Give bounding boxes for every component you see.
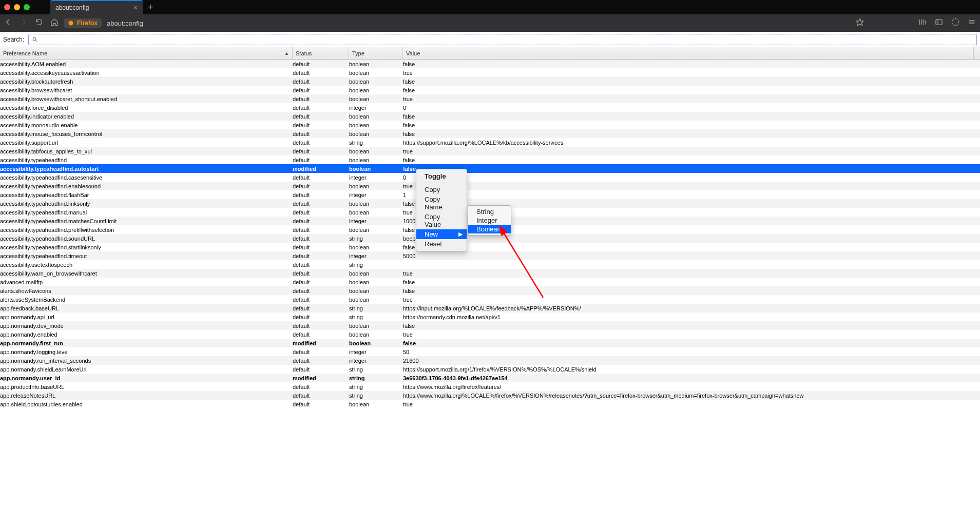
submenu-item-integer[interactable]: Integer — [468, 216, 511, 225]
pref-value: false — [403, 79, 980, 85]
pref-row[interactable]: advanced.mailftpdefaultbooleanfalse — [0, 278, 980, 286]
back-button[interactable] — [4, 18, 12, 28]
search-input-container[interactable] — [28, 34, 977, 45]
pref-row[interactable]: accessibility.typeaheadfinddefaultboolea… — [0, 155, 980, 164]
column-label: Preference Name — [3, 50, 47, 56]
context-menu-copy[interactable]: Copy — [416, 185, 467, 194]
pref-row[interactable]: accessibility.usetexttospeechdefaultstri… — [0, 260, 980, 269]
pref-name: alerts.useSystemBackend — [0, 297, 293, 303]
sidebar-icon[interactable] — [935, 18, 943, 28]
context-menu-new[interactable]: New▶ — [416, 229, 467, 239]
pref-row[interactable]: accessibility.typeaheadfind.autostartmod… — [0, 164, 980, 173]
pref-status: default — [293, 113, 349, 120]
column-preference-name[interactable]: Preference Name ▲ — [0, 47, 293, 59]
pref-row[interactable]: accessibility.force_disableddefaultinteg… — [0, 103, 980, 112]
search-input[interactable] — [41, 36, 973, 43]
pref-type: boolean — [349, 122, 403, 128]
new-tab-button[interactable]: + — [148, 2, 153, 13]
context-menu-reset[interactable]: Reset — [416, 239, 467, 249]
pref-status: default — [293, 218, 349, 224]
pref-row[interactable]: accessibility.blockautorefreshdefaultboo… — [0, 77, 980, 86]
browser-toolbar: Firefox about:config — [0, 14, 980, 32]
pref-row[interactable]: accessibility.typeaheadfind.enablesoundd… — [0, 182, 980, 190]
pref-row[interactable]: accessibility.warn_on_browsewithcaretdef… — [0, 269, 980, 278]
pref-row[interactable]: alerts.useSystemBackenddefaultbooleantru… — [0, 295, 980, 304]
pref-row[interactable]: app.normandy.user_idmodifiedstring3e6630… — [0, 374, 980, 382]
pref-name: accessibility.typeaheadfind.enablesound — [0, 183, 293, 189]
pref-row[interactable]: app.feedback.baseURLdefaultstringhttps:/… — [0, 304, 980, 312]
pref-row[interactable]: accessibility.typeaheadfind.flashBardefa… — [0, 190, 980, 199]
browser-tab[interactable]: about:config × — [50, 0, 143, 14]
pref-row[interactable]: app.normandy.enableddefaultbooleantrue — [0, 330, 980, 339]
window-close-button[interactable] — [4, 4, 10, 10]
pref-name: accessibility.typeaheadfind.startlinkson… — [0, 244, 293, 250]
submenu-item-string[interactable]: String — [468, 207, 511, 216]
home-button[interactable] — [50, 18, 59, 28]
pref-row[interactable]: accessibility.typeaheadfind.timeoutdefau… — [0, 251, 980, 260]
pref-row[interactable]: accessibility.monoaudio.enabledefaultboo… — [0, 121, 980, 129]
pref-name: app.releaseNotesURL — [0, 393, 293, 399]
window-minimize-button[interactable] — [14, 4, 20, 10]
pref-type: boolean — [349, 79, 403, 85]
context-menu-copy-name[interactable]: Copy Name — [416, 194, 467, 212]
pref-row[interactable]: accessibility.accesskeycausesactivationd… — [0, 68, 980, 77]
column-picker[interactable] — [974, 47, 980, 59]
pref-type: boolean — [349, 288, 403, 294]
column-status[interactable]: Status — [293, 47, 349, 59]
pref-value: true — [403, 401, 980, 407]
pref-row[interactable]: accessibility.browsewithcaret_shortcut.e… — [0, 94, 980, 103]
reload-button[interactable] — [35, 18, 43, 28]
submenu-item-boolean[interactable]: Boolean — [468, 225, 511, 233]
svg-point-0 — [69, 21, 73, 26]
pref-row[interactable]: app.shield.optoutstudies.enableddefaultb… — [0, 400, 980, 408]
column-type[interactable]: Type — [349, 47, 403, 59]
pref-status: default — [293, 157, 349, 163]
site-identity[interactable]: Firefox — [64, 18, 102, 28]
pref-status: default — [293, 79, 349, 85]
bookmark-star-icon[interactable] — [856, 18, 864, 28]
library-icon[interactable] — [918, 18, 927, 28]
pref-status: default — [293, 244, 349, 250]
pref-row[interactable]: accessibility.support.urldefaultstringht… — [0, 138, 980, 147]
pref-row[interactable]: app.normandy.shieldLearnMoreUrldefaultst… — [0, 365, 980, 374]
pref-name: accessibility.typeaheadfind.linksonly — [0, 201, 293, 207]
pref-row[interactable]: accessibility.tabfocus_applies_to_xuldef… — [0, 147, 980, 155]
pref-row[interactable]: accessibility.indicator.enableddefaultbo… — [0, 112, 980, 121]
pref-value: 21600 — [403, 358, 980, 364]
pref-name: accessibility.browsewithcaret_shortcut.e… — [0, 96, 293, 102]
pref-status: default — [293, 314, 349, 320]
pref-value: false — [403, 323, 980, 329]
pref-name: app.shield.optoutstudies.enabled — [0, 401, 293, 407]
context-menu-separator — [416, 183, 467, 183]
pref-name: accessibility.force_disabled — [0, 105, 293, 111]
pref-type: string — [349, 305, 403, 311]
pref-row[interactable]: app.releaseNotesURLdefaultstringhttps://… — [0, 391, 980, 400]
context-menu-toggle[interactable]: Toggle — [416, 171, 467, 181]
pref-row[interactable]: app.normandy.run_interval_secondsdefault… — [0, 356, 980, 365]
pref-row[interactable]: accessibility.browsewithcaretdefaultbool… — [0, 86, 980, 94]
pref-value: https://support.mozilla.org/%LOCALE%/kb/… — [403, 140, 980, 146]
pref-name: accessibility.typeaheadfind — [0, 157, 293, 163]
pref-row[interactable]: accessibility.mouse_focuses_formcontrold… — [0, 129, 980, 138]
pref-name: accessibility.blockautorefresh — [0, 79, 293, 85]
pref-row[interactable]: accessibility.typeaheadfind.casesensitiv… — [0, 173, 980, 182]
pref-row[interactable]: app.normandy.first_runmodifiedbooleanfal… — [0, 339, 980, 347]
window-zoom-button[interactable] — [24, 4, 30, 10]
pref-row[interactable]: app.normandy.dev_modedefaultbooleanfalse — [0, 321, 980, 330]
column-value[interactable]: Value — [403, 47, 974, 59]
pref-value: true — [403, 148, 980, 154]
pref-name: app.normandy.enabled — [0, 331, 293, 338]
tab-close-icon[interactable]: × — [133, 4, 138, 12]
pref-value: 3e6630f3-1706-4043-9fe1-dfe4267ae154 — [403, 375, 980, 381]
app-menu-icon[interactable] — [968, 18, 976, 28]
pref-row[interactable]: app.normandy.api_urldefaultstringhttps:/… — [0, 312, 980, 321]
pref-row[interactable]: app.productInfo.baseURLdefaultstringhttp… — [0, 382, 980, 391]
pref-row[interactable]: accessibility.typeaheadfind.startlinkson… — [0, 243, 980, 251]
context-menu-copy-value[interactable]: Copy Value — [416, 212, 467, 229]
pref-row[interactable]: alerts.showFaviconsdefaultbooleanfalse — [0, 286, 980, 295]
url-text[interactable]: about:config — [107, 19, 143, 27]
account-icon[interactable] — [951, 18, 959, 28]
pref-value: https://support.mozilla.org/1/firefox/%V… — [403, 366, 980, 373]
pref-row[interactable]: accessibility.AOM.enableddefaultbooleanf… — [0, 60, 980, 68]
pref-row[interactable]: app.normandy.logging.leveldefaultinteger… — [0, 347, 980, 356]
